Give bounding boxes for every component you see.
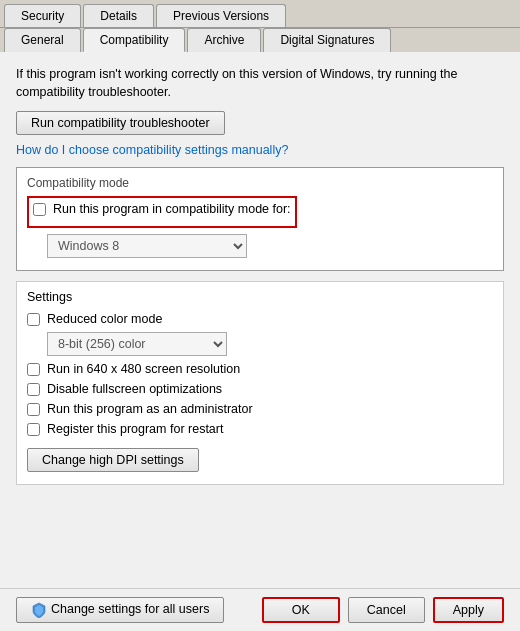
run-as-admin-label: Run this program as an administrator bbox=[47, 402, 253, 416]
compat-mode-label: Run this program in compatibility mode f… bbox=[53, 202, 291, 216]
disable-fullscreen-label: Disable fullscreen optimizations bbox=[47, 382, 222, 396]
settings-legend: Settings bbox=[27, 290, 493, 304]
disable-fullscreen-row: Disable fullscreen optimizations bbox=[27, 382, 493, 396]
run-troubleshooter-button[interactable]: Run compatibility troubleshooter bbox=[16, 111, 225, 135]
disable-fullscreen-checkbox[interactable] bbox=[27, 383, 40, 396]
reduced-color-checkbox[interactable] bbox=[27, 313, 40, 326]
tab-digital-signatures[interactable]: Digital Signatures bbox=[263, 28, 391, 52]
help-link[interactable]: How do I choose compatibility settings m… bbox=[16, 143, 504, 157]
register-restart-label: Register this program for restart bbox=[47, 422, 223, 436]
register-restart-row: Register this program for restart bbox=[27, 422, 493, 436]
reduced-color-label: Reduced color mode bbox=[47, 312, 162, 326]
compat-mode-checkbox-row: Run this program in compatibility mode f… bbox=[33, 202, 291, 216]
bottom-right: OK Cancel Apply bbox=[262, 597, 504, 623]
compat-mode-checkbox[interactable] bbox=[33, 203, 46, 216]
info-text: If this program isn't working correctly … bbox=[16, 66, 504, 101]
ok-button[interactable]: OK bbox=[262, 597, 340, 623]
tab-previous-versions[interactable]: Previous Versions bbox=[156, 4, 286, 27]
run-as-admin-row: Run this program as an administrator bbox=[27, 402, 493, 416]
run-as-admin-checkbox[interactable] bbox=[27, 403, 40, 416]
bottom-bar: Change settings for all users OK Cancel … bbox=[0, 588, 520, 631]
cancel-button[interactable]: Cancel bbox=[348, 597, 425, 623]
settings-section: Settings Reduced color mode 8-bit (256) … bbox=[16, 281, 504, 485]
tab-compatibility[interactable]: Compatibility bbox=[83, 28, 186, 52]
register-restart-checkbox[interactable] bbox=[27, 423, 40, 436]
640x480-row: Run in 640 x 480 screen resolution bbox=[27, 362, 493, 376]
640x480-checkbox[interactable] bbox=[27, 363, 40, 376]
content-area: If this program isn't working correctly … bbox=[0, 52, 520, 588]
apply-button[interactable]: Apply bbox=[433, 597, 504, 623]
tab-security[interactable]: Security bbox=[4, 4, 81, 27]
tab-row-1: Security Details Previous Versions bbox=[0, 0, 520, 28]
reduced-color-row: Reduced color mode bbox=[27, 312, 493, 326]
bottom-left: Change settings for all users bbox=[16, 597, 224, 623]
compatibility-mode-section: Compatibility mode Run this program in c… bbox=[16, 167, 504, 271]
dialog-window: Security Details Previous Versions Gener… bbox=[0, 0, 520, 631]
640x480-label: Run in 640 x 480 screen resolution bbox=[47, 362, 240, 376]
tab-details[interactable]: Details bbox=[83, 4, 154, 27]
compat-mode-highlight: Run this program in compatibility mode f… bbox=[27, 196, 297, 228]
change-dpi-button[interactable]: Change high DPI settings bbox=[27, 448, 199, 472]
change-settings-label: Change settings for all users bbox=[51, 602, 209, 616]
color-mode-dropdown[interactable]: 8-bit (256) color 16-bit color bbox=[47, 332, 227, 356]
tab-archive[interactable]: Archive bbox=[187, 28, 261, 52]
shield-icon bbox=[31, 602, 47, 618]
tab-row-2: General Compatibility Archive Digital Si… bbox=[0, 28, 520, 52]
compat-mode-legend: Compatibility mode bbox=[27, 176, 493, 190]
tab-general[interactable]: General bbox=[4, 28, 81, 52]
compat-mode-dropdown[interactable]: Windows 8 Windows 7 Windows Vista Window… bbox=[47, 234, 247, 258]
change-settings-all-users-button[interactable]: Change settings for all users bbox=[16, 597, 224, 623]
